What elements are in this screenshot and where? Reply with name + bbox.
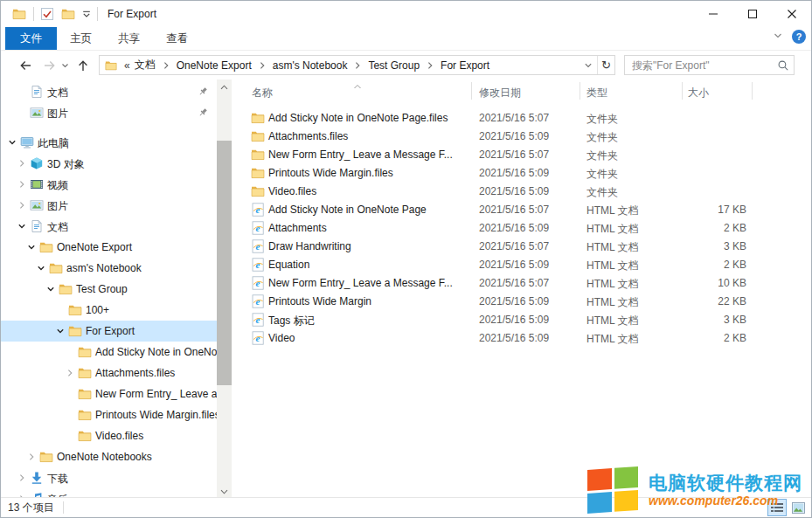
- tree-item[interactable]: Add Sticky Note in OneNo: [1, 342, 217, 363]
- scroll-up-icon[interactable]: [217, 79, 232, 94]
- ribbon-tab-1[interactable]: 主页: [57, 27, 105, 50]
- file-row[interactable]: eNew Form Entry_ Leave a Message F...202…: [237, 274, 812, 293]
- close-button[interactable]: [772, 1, 811, 27]
- recent-locations-chevron-icon[interactable]: [59, 57, 71, 74]
- sidebar-scrollbar[interactable]: [217, 79, 232, 499]
- chevron-right-icon[interactable]: [17, 473, 26, 482]
- tree-item-label: 视频: [47, 178, 68, 193]
- tree-item[interactable]: New Form Entry_ Leave a M: [1, 383, 217, 404]
- file-date-modified: 2021/5/16 5:09: [479, 295, 582, 307]
- thumbnails-view-button[interactable]: [788, 499, 808, 516]
- file-size: 2 KB: [674, 259, 746, 271]
- tree-item[interactable]: 文档: [1, 81, 217, 102]
- tree-item[interactable]: asm's Notebook: [1, 258, 217, 279]
- breadcrumb-item[interactable]: asm's Notebook: [271, 59, 350, 72]
- file-type: HTML 文档: [586, 332, 679, 347]
- column-separator[interactable]: [471, 82, 472, 100]
- tree-item[interactable]: Video.files: [1, 425, 217, 446]
- chevron-down-icon[interactable]: [37, 264, 45, 273]
- file-row[interactable]: eTags 标记2021/5/16 5:09HTML 文档3 KB: [237, 311, 812, 329]
- search-icon[interactable]: [773, 59, 794, 72]
- ribbon-tab-0[interactable]: 文件: [5, 27, 57, 50]
- ribbon-tab-3[interactable]: 查看: [153, 27, 201, 50]
- tree-item[interactable]: 图片: [1, 195, 217, 216]
- chevron-down-icon[interactable]: [46, 285, 55, 294]
- tree-item[interactable]: 3D 对象: [1, 153, 217, 174]
- breadcrumb-separator-icon[interactable]: [253, 61, 271, 70]
- column-header-0[interactable]: 名称: [252, 86, 273, 100]
- file-row[interactable]: eEquation2021/5/16 5:09HTML 文档2 KB: [237, 256, 812, 274]
- address-box[interactable]: « 文档OneNote Exportasm's NotebookTest Gro…: [99, 55, 615, 75]
- chevron-right-icon[interactable]: [17, 201, 26, 210]
- file-row[interactable]: Add Sticky Note in OneNote Page.files202…: [237, 109, 812, 128]
- tree-item[interactable]: Printouts Wide Margin.files: [1, 404, 217, 425]
- breadcrumb-separator-icon[interactable]: [421, 61, 439, 70]
- documents-icon: [30, 85, 44, 99]
- breadcrumb-item[interactable]: 文档: [133, 58, 157, 73]
- chevron-down-icon[interactable]: [17, 222, 26, 231]
- tree-item[interactable]: 文档: [1, 216, 217, 237]
- details-view-button[interactable]: [767, 499, 787, 516]
- forward-button[interactable]: [40, 57, 58, 74]
- tree-item[interactable]: 图片: [1, 102, 217, 123]
- file-row[interactable]: eVideo2021/5/16 5:09HTML 文档2 KB: [237, 329, 812, 348]
- chevron-right-icon[interactable]: [27, 452, 36, 461]
- chevron-down-icon[interactable]: [56, 327, 65, 335]
- column-header-2[interactable]: 类型: [586, 86, 607, 100]
- tree-item-label: 图片: [47, 199, 68, 214]
- properties-check-icon[interactable]: [40, 7, 54, 21]
- file-row[interactable]: eAdd Sticky Note in OneNote Page2021/5/1…: [237, 201, 812, 219]
- tree-item-label: 下载: [47, 472, 68, 487]
- customize-qat-caret-icon[interactable]: [82, 10, 91, 18]
- tree-item[interactable]: 100+: [1, 300, 217, 321]
- file-name: Printouts Wide Margin.files: [268, 167, 469, 179]
- ribbon-collapse-chevron-icon[interactable]: [773, 31, 783, 43]
- breadcrumb-item[interactable]: OneNote Export: [175, 59, 253, 72]
- tree-item[interactable]: 此电脑: [1, 132, 217, 153]
- refresh-icon[interactable]: ↻: [597, 56, 614, 74]
- back-button[interactable]: [17, 57, 34, 74]
- breadcrumb-item[interactable]: For Export: [439, 59, 491, 72]
- ribbon-tab-2[interactable]: 共享: [105, 27, 153, 50]
- breadcrumb-item[interactable]: Test Group: [366, 59, 421, 72]
- file-date-modified: 2021/5/16 5:09: [479, 130, 582, 142]
- tree-item[interactable]: Test Group: [1, 279, 217, 300]
- breadcrumb-separator-icon[interactable]: [349, 61, 366, 70]
- tree-item[interactable]: Attachments.files: [1, 363, 217, 383]
- chevron-down-icon[interactable]: [8, 138, 17, 147]
- chevron-down-icon[interactable]: [27, 243, 36, 252]
- chevron-right-icon[interactable]: [17, 159, 26, 168]
- chevron-right-icon[interactable]: [66, 369, 74, 377]
- tree-item[interactable]: For Export: [1, 321, 217, 342]
- search-input[interactable]: [625, 59, 773, 72]
- breadcrumb-overflow[interactable]: «: [121, 59, 133, 72]
- up-button[interactable]: [74, 57, 92, 74]
- scrollbar-thumb[interactable]: [217, 141, 232, 385]
- tree-item[interactable]: 视频: [1, 174, 217, 195]
- file-row[interactable]: New Form Entry_ Leave a Message F...2021…: [237, 146, 812, 164]
- file-size: 10 KB: [674, 277, 746, 289]
- file-row[interactable]: Video.files2021/5/16 5:09文件夹: [237, 183, 812, 201]
- address-dropdown-chevron-icon[interactable]: [580, 56, 597, 74]
- column-separator[interactable]: [752, 82, 753, 100]
- breadcrumb-separator-icon[interactable]: [157, 61, 175, 70]
- tree-item[interactable]: OneNote Notebooks: [1, 446, 217, 467]
- new-folder-icon[interactable]: [60, 7, 76, 21]
- help-button[interactable]: ?: [792, 30, 806, 44]
- column-separator[interactable]: [580, 82, 580, 100]
- chevron-right-icon[interactable]: [17, 180, 26, 189]
- tree-item[interactable]: 下载: [1, 467, 217, 488]
- file-row[interactable]: eDraw Handwriting2021/5/16 5:07HTML 文档3 …: [237, 238, 812, 256]
- tree-item[interactable]: OneNote Export: [1, 237, 217, 258]
- file-row[interactable]: ePrintouts Wide Margin2021/5/16 5:09HTML…: [237, 293, 812, 311]
- minimize-button[interactable]: [693, 1, 732, 27]
- column-separator[interactable]: [682, 82, 683, 100]
- file-row[interactable]: Attachments.files2021/5/16 5:09文件夹: [237, 128, 812, 146]
- column-header-3[interactable]: 大小: [688, 86, 709, 100]
- file-row[interactable]: eAttachments2021/5/16 5:09HTML 文档2 KB: [237, 219, 812, 238]
- file-row[interactable]: Printouts Wide Margin.files2021/5/16 5:0…: [237, 164, 812, 183]
- folder-icon: [78, 345, 92, 359]
- column-header-1[interactable]: 修改日期: [479, 86, 521, 100]
- maximize-button[interactable]: [732, 1, 772, 27]
- file-type: HTML 文档: [586, 259, 679, 273]
